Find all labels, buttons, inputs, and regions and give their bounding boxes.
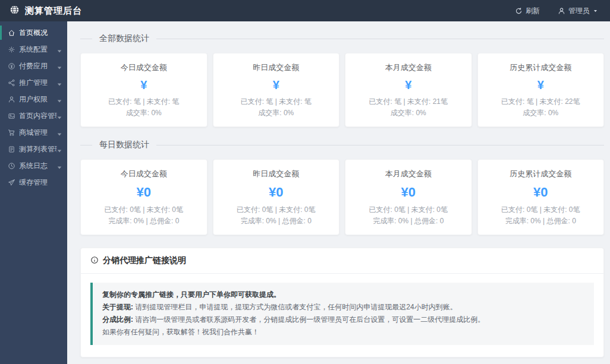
notice-line: 关于提现: 请到提现管理栏目，申请提现，提现方式为微信或者支付宝，任何时间内申请… <box>102 301 584 314</box>
card-line-rate: 成交率: 0% <box>350 107 467 119</box>
stat-card-today-daily: 今日成交金额 ¥0 已支付: 0笔 | 未支付: 0笔 完成率: 0% | 总佣… <box>80 159 207 235</box>
notice-line-text: 如果你有任何疑问，获取解答！祝我们合作共赢！ <box>102 328 259 336</box>
stat-card-history-total: 历史累计成交金额 ¥ 已支付: 笔 | 未支付: 22笔 成交率: 0% <box>477 53 605 127</box>
notice-line-bold: 关于提现: <box>102 303 133 311</box>
divider-line <box>156 39 604 39</box>
sidebar-item-label: 首页概况 <box>19 28 62 38</box>
info-icon <box>90 256 99 266</box>
body-wrap: 首页概况 系统配置 <box>0 21 610 364</box>
card-title: 本月成交金额 <box>350 169 467 179</box>
notice-inner: 复制你的专属推广链接，只要用户下单你即可获取提成。 关于提现: 请到提现管理栏目… <box>90 283 594 345</box>
image-icon <box>8 112 15 120</box>
notice-line: 复制你的专属推广链接，只要用户下单你即可获取提成。 <box>102 289 584 301</box>
card-title: 今日成交金额 <box>86 169 202 179</box>
cart-icon <box>8 129 15 137</box>
sidebar-item-label: 首页内容管理 <box>19 111 57 121</box>
send-icon <box>8 179 15 186</box>
sidebar-item-label: 商城管理 <box>19 128 57 138</box>
sidebar-item-label: 推广管理 <box>19 78 57 88</box>
caret-down-icon <box>57 80 62 85</box>
divider-line <box>80 145 92 145</box>
sidebar-item-label: 测算列表管理 <box>19 144 57 154</box>
card-line-rate: 成交率: 0% <box>86 107 202 119</box>
caret-down-icon <box>57 97 62 102</box>
section-divider-all-stats: 全部数据统计 <box>80 33 604 44</box>
main-content: 全部数据统计 今日成交金额 ¥ 已支付: 笔 | 未支付: 笔 成交率: 0% … <box>67 21 610 364</box>
user-menu[interactable]: 管理员 <box>558 6 598 16</box>
refresh-button[interactable]: 刷新 <box>515 6 540 16</box>
card-title: 历史累计成交金额 <box>483 62 599 73</box>
notice-line: 分成比例: 请咨询一级管理员或者联系源码开发者，分销提成比例一级管理员可在后台设… <box>102 314 584 326</box>
card-amount: ¥0 <box>218 185 335 200</box>
stat-card-today-total: 今日成交金额 ¥ 已支付: 笔 | 未支付: 笔 成交率: 0% <box>80 53 207 127</box>
brand: 测算管理后台 <box>10 5 82 17</box>
section-title: 全部数据统计 <box>99 33 149 44</box>
notice-title: 分销代理推广链接说明 <box>103 255 186 266</box>
user-icon <box>8 96 15 103</box>
divider-line <box>80 39 92 39</box>
caret-down-icon <box>57 113 62 118</box>
card-amount: ¥0 <box>483 185 599 200</box>
caret-down-icon <box>57 47 62 52</box>
user-icon <box>558 7 565 15</box>
yen-circle-icon <box>8 62 15 70</box>
notice-line-bold: 分成比例: <box>102 315 133 324</box>
promotion-notice-card: 分销代理推广链接说明 复制你的专属推广链接，只要用户下单你即可获取提成。 关于提… <box>80 248 604 357</box>
card-title: 昨日成交金额 <box>218 62 335 73</box>
card-amount: ¥ <box>483 78 599 92</box>
sidebar-item-home-content[interactable]: 首页内容管理 <box>0 107 67 124</box>
sidebar-item-system-logs[interactable]: 系统日志 <box>0 157 67 174</box>
sidebar-item-label: 用户权限 <box>19 94 57 105</box>
card-line-paid: 已支付: 0笔 | 未支付: 0笔 <box>86 204 202 216</box>
sidebar-item-paid-apps[interactable]: 付费应用 <box>0 58 67 74</box>
card-title: 历史累计成交金额 <box>483 169 599 179</box>
card-line-paid: 已支付: 笔 | 未支付: 笔 <box>86 96 202 107</box>
card-line-rate: 完成率: 0% | 总佣金: 0 <box>218 216 335 227</box>
top-header: 测算管理后台 刷新 管理员 <box>0 0 610 21</box>
notice-line-text: 请到提现管理栏目，申请提现，提现方式为微信或者支付宝，任何时间内申请提现最迟24… <box>133 303 457 311</box>
daily-stats-card-row: 今日成交金额 ¥0 已支付: 0笔 | 未支付: 0笔 完成率: 0% | 总佣… <box>80 159 604 235</box>
section-divider-daily-stats: 每日数据统计 <box>80 140 604 150</box>
stat-card-yesterday-daily: 昨日成交金额 ¥0 已支付: 0笔 | 未支付: 0笔 完成率: 0% | 总佣… <box>213 159 340 235</box>
caret-down-icon <box>57 147 62 151</box>
card-line-rate: 完成率: 0% | 总佣金: 0 <box>483 216 599 227</box>
card-line-paid: 已支付: 0笔 | 未支付: 0笔 <box>483 204 599 216</box>
card-amount: ¥0 <box>86 185 202 200</box>
card-line-paid: 已支付: 0笔 | 未支付: 0笔 <box>350 204 467 216</box>
stat-card-yesterday-total: 昨日成交金额 ¥ 已支付: 笔 | 未支付: 笔 成交率: 0% <box>213 53 340 127</box>
home-icon <box>8 29 15 37</box>
sidebar-item-label: 系统日志 <box>19 161 57 171</box>
sidebar-item-cache[interactable]: 缓存管理 <box>0 174 67 191</box>
divider-line <box>156 145 604 145</box>
caret-down-icon <box>57 64 62 68</box>
gear-icon <box>8 46 15 53</box>
clock-icon <box>8 162 15 170</box>
notice-line-text: 请咨询一级管理员或者联系源码开发者，分销提成比例一级管理员可在后台设置，可设置一… <box>133 315 485 324</box>
sidebar-item-user-permissions[interactable]: 用户权限 <box>0 91 67 107</box>
card-amount: ¥ <box>218 78 335 92</box>
card-amount: ¥0 <box>350 185 467 200</box>
sidebar-item-calc-list[interactable]: 测算列表管理 <box>0 141 67 157</box>
card-line-rate: 成交率: 0% <box>483 107 599 119</box>
card-line-rate: 完成率: 0% | 总佣金: 0 <box>350 216 467 227</box>
share-icon <box>8 79 15 87</box>
refresh-label: 刷新 <box>526 6 540 16</box>
card-title: 昨日成交金额 <box>218 169 335 179</box>
sidebar-item-promotion[interactable]: 推广管理 <box>0 74 67 91</box>
chevron-down-icon <box>593 8 598 14</box>
sidebar: 首页概况 系统配置 <box>0 21 67 364</box>
card-amount: ¥ <box>350 78 467 92</box>
app-root: 测算管理后台 刷新 管理员 <box>0 0 610 364</box>
sidebar-item-label: 付费应用 <box>19 61 57 71</box>
caret-down-icon <box>57 163 62 168</box>
header-actions: 刷新 管理员 <box>515 6 598 16</box>
sidebar-item-system-config[interactable]: 系统配置 <box>0 41 67 58</box>
stat-card-month-total: 本月成交金额 ¥ 已支付: 笔 | 未支付: 21笔 成交率: 0% <box>345 53 472 127</box>
card-line-paid: 已支付: 0笔 | 未支付: 0笔 <box>218 204 335 216</box>
stat-card-history-daily: 历史累计成交金额 ¥0 已支付: 0笔 | 未支付: 0笔 完成率: 0% | … <box>477 159 605 235</box>
sidebar-item-mall[interactable]: 商城管理 <box>0 124 67 141</box>
card-line-paid: 已支付: 笔 | 未支付: 22笔 <box>483 96 599 107</box>
sidebar-item-home[interactable]: 首页概况 <box>0 24 67 41</box>
stat-card-month-daily: 本月成交金额 ¥0 已支付: 0笔 | 未支付: 0笔 完成率: 0% | 总佣… <box>345 159 472 235</box>
card-title: 今日成交金额 <box>86 62 202 73</box>
